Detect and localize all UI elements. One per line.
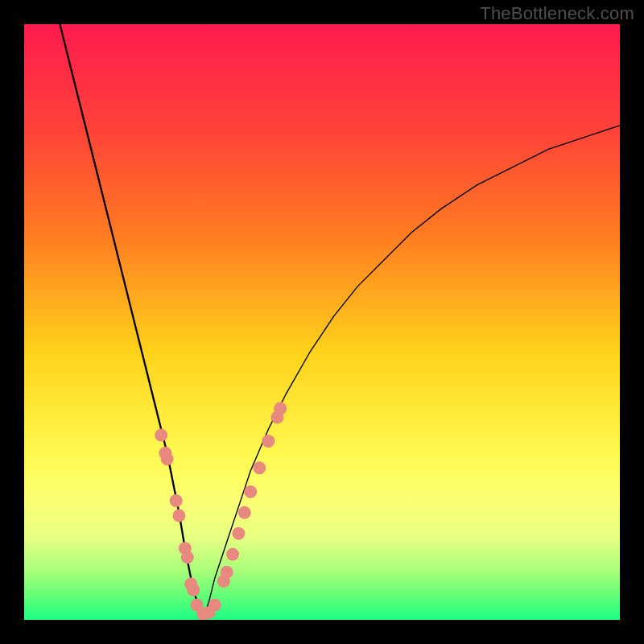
highlight-dot [208, 599, 221, 612]
plot-area [24, 24, 620, 620]
highlight-dot [172, 510, 185, 522]
highlight-dot [274, 402, 287, 415]
highlight-dot [155, 429, 167, 442]
highlight-dot [253, 461, 266, 474]
highlight-dot [232, 527, 245, 540]
highlight-dot [187, 584, 200, 597]
highlight-dot [262, 435, 275, 448]
curve-left-branch [60, 24, 203, 620]
highlight-dot [226, 548, 239, 561]
highlight-dot [181, 551, 194, 564]
highlight-dot [244, 485, 257, 498]
curve-right-branch [203, 126, 620, 620]
highlight-dot [221, 566, 233, 579]
highlight-dot [161, 452, 174, 465]
watermark-text: TheBottleneck.com [480, 3, 634, 24]
highlight-dot [170, 494, 183, 507]
highlight-dots-group [155, 402, 287, 620]
highlight-dot [238, 506, 251, 519]
chart-svg [24, 24, 620, 620]
